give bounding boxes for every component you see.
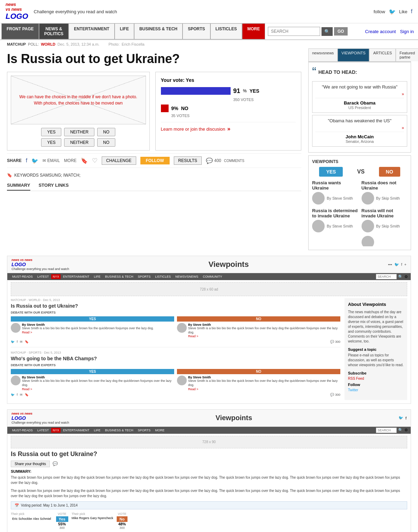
ad-facebook[interactable]: f [405, 416, 407, 420]
vp-search-input[interactable] [376, 274, 397, 279]
suggest-body: Please e-mail us topics for discussion, … [348, 353, 404, 368]
follow-button[interactable]: FOLLOW [140, 157, 170, 164]
nav-listicles[interactable]: LISTICLES [153, 274, 173, 279]
ad-nav-nyx[interactable]: NYX [51, 428, 61, 433]
vp-m1-facebook[interactable]: f [17, 340, 18, 344]
nav-front-page[interactable]: FRONT PAGE [1, 23, 39, 39]
ad-nav-sports[interactable]: SPORTS [136, 428, 153, 433]
nav-btech[interactable]: BUSINESS & TECH [103, 274, 136, 279]
nav-community[interactable]: COMMUNITY [201, 274, 224, 279]
vp-m1-no-read[interactable]: Read > [188, 334, 340, 338]
tab-summary[interactable]: SUMMARY [7, 183, 30, 191]
nav-entertainment[interactable]: ENTERTAINMENT [69, 23, 115, 39]
more-share-button[interactable]: MORE [64, 158, 77, 163]
vp-m1-bookmark[interactable]: 🔖 [25, 340, 29, 344]
search-input[interactable] [268, 27, 320, 36]
hth-more-chevron1[interactable]: » [315, 92, 404, 97]
ad-nav-ent[interactable]: ENTERTAINMENT [61, 428, 92, 433]
nav-nyx[interactable]: NYX [51, 274, 61, 279]
sidebar-tab-viewpoints[interactable]: VIEWPOINTS [338, 48, 369, 61]
vp-m1-comments[interactable]: 💬 300 [330, 340, 340, 344]
vp-m1-twitter[interactable]: 🐦 [11, 340, 15, 344]
nav-more[interactable]: MORE [242, 23, 265, 39]
vp-yes-btn[interactable]: YES [319, 167, 343, 177]
nav-must-reads[interactable]: MUST-READS [10, 274, 35, 279]
hth-more-chevron2[interactable]: » [315, 125, 404, 130]
comments-button[interactable]: 💬 400 COMMENTS [206, 157, 244, 164]
nav-news[interactable]: NEWS &POLITICS [39, 23, 69, 39]
vp-no-btn[interactable]: NO [379, 167, 400, 177]
nav-sports[interactable]: SPORTS [183, 23, 210, 39]
ad-nav-more[interactable]: MORE [153, 428, 167, 433]
hth-person1-name: Barack Obama [315, 100, 404, 106]
nav-latest[interactable]: LATEST [35, 274, 51, 279]
vp-m2-yes-read[interactable]: Read > [22, 387, 174, 391]
poll-yes-button-2[interactable]: YES [41, 138, 61, 147]
ad-twitter[interactable]: 🐦 [398, 416, 403, 420]
poll-neither-button[interactable]: NEITHER [64, 128, 94, 136]
heart-icon[interactable]: ♡ [92, 157, 98, 164]
results-button[interactable]: RESULTS [174, 156, 202, 165]
ad-main: Is Russia out to get Ukraine? Share your… [7, 450, 411, 532]
facebook-share-icon[interactable]: f [26, 157, 27, 164]
sidebar-tab-newsvsnews[interactable]: newsvsnews [308, 48, 338, 61]
ad-nav-life[interactable]: LIFE [92, 428, 103, 433]
go-button[interactable]: GO [334, 27, 348, 36]
ad-summary-label: SUMMARY: [11, 469, 407, 473]
sidebar-tab-articles[interactable]: ARTICLES [369, 48, 396, 61]
email-share-button[interactable]: ✉ EMAIL [42, 158, 60, 163]
nav-life[interactable]: LIFE [115, 23, 134, 39]
ad-settings-icon[interactable]: ⚙ [404, 428, 408, 432]
rss-label[interactable]: RSS Feed [348, 377, 404, 380]
article-detail-subpage: news vs news LOGO Challenge everything y… [7, 409, 411, 532]
poll-no-button[interactable]: NO [97, 128, 115, 136]
learn-more-link[interactable]: Learn more or join the discusion » [161, 122, 296, 132]
nav-life[interactable]: LIFE [92, 274, 103, 279]
like-link[interactable]: Like [399, 9, 408, 14]
create-account-link[interactable]: Create account [365, 29, 396, 34]
vp-m2-mail[interactable]: ✉ [20, 393, 23, 396]
vote-yes-row: 91 % YES [161, 87, 296, 95]
vp-subpage-facebook[interactable]: f [401, 262, 402, 267]
vp-settings-icon[interactable]: ⚙ [404, 275, 408, 279]
poll-neither-button-2[interactable]: NEITHER [64, 138, 94, 147]
poll-no-button-2[interactable]: NO [97, 138, 115, 147]
vp-m2-yes-col: YES By Steve Smith Steve Smith is a bio … [11, 369, 174, 391]
vp-m1-yes-read[interactable]: Read > [22, 331, 154, 334]
vp-m1-mail[interactable]: ✉ [20, 340, 23, 344]
nav-business[interactable]: BUSINESS & TECH [134, 23, 183, 39]
tab-story-links[interactable]: STORY LINKS [39, 183, 69, 191]
ad-search-icon[interactable]: 🔍 [398, 428, 403, 432]
vp-search-icon[interactable]: 🔍 [398, 275, 403, 279]
twitter-follow-label[interactable]: Twitter [348, 388, 404, 392]
ad-nav-latest[interactable]: LATEST [35, 428, 51, 433]
challenge-button[interactable]: CHALLENGE [102, 156, 136, 165]
vp-no-avatar-1 [362, 192, 374, 205]
vp-subpage-plus[interactable]: + [404, 262, 407, 267]
bookmark-icon[interactable]: 🔖 [81, 157, 88, 164]
vp-m1-yes-text: Steve Smith is a bio bio bio bio the qui… [22, 326, 154, 331]
nav-sports[interactable]: SPORTS [136, 274, 153, 279]
follow-link[interactable]: follow [373, 9, 385, 14]
vp-m2-no-read[interactable]: Read > [188, 387, 340, 391]
ad-nav-must-reads[interactable]: MUST-READS [10, 428, 35, 433]
logo-news: news [6, 2, 28, 7]
ad-comments-icon[interactable]: 💬 [53, 461, 58, 466]
search-button[interactable]: 🔍 [322, 27, 333, 36]
sign-in-link[interactable]: Sign in [400, 29, 414, 34]
ad-search-input[interactable] [376, 427, 397, 433]
nav-nvn[interactable]: NEWSVSNEWS [173, 274, 200, 279]
ad-share-thoughts[interactable]: Share your thoughts [11, 461, 50, 467]
vp-m2-twitter[interactable]: 🐦 [11, 393, 15, 396]
ad-nav-btech[interactable]: BUSINESS & TECH [103, 428, 136, 433]
vp-subpage-twitter[interactable]: 🐦 [394, 262, 399, 267]
nav-listicles[interactable]: LISTICLES [210, 23, 242, 39]
poll-vote-box: Your vote: Yes 91 % YES 350 VOTES 9% NO [155, 72, 302, 151]
sidebar-tab-featured[interactable]: Featured partne [396, 48, 418, 61]
vp-m2-comments[interactable]: 💬 300 [330, 393, 340, 396]
nav-ent[interactable]: ENTERTAINMENT [61, 274, 92, 279]
twitter-share-icon[interactable]: 🐦 [31, 157, 38, 164]
vp-m2-facebook[interactable]: f [17, 393, 18, 396]
vp-m2-bookmark[interactable]: 🔖 [25, 393, 29, 396]
poll-yes-button[interactable]: YES [41, 128, 61, 136]
